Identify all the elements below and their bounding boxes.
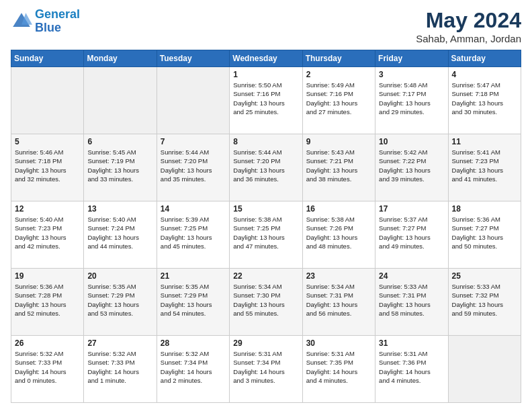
main-title: May 2024 (416, 8, 521, 33)
day-number: 7 (161, 137, 226, 146)
calendar-cell: 1Sunrise: 5:50 AMSunset: 7:16 PMDaylight… (230, 67, 302, 134)
calendar-cell: 28Sunrise: 5:32 AMSunset: 7:34 PMDayligh… (157, 336, 229, 403)
day-number: 3 (379, 70, 444, 79)
calendar-week-2: 5Sunrise: 5:46 AMSunset: 7:18 PMDaylight… (11, 134, 521, 201)
day-info: Sunrise: 5:31 AMSunset: 7:36 PMDaylight:… (379, 349, 444, 385)
day-info: Sunrise: 5:44 AMSunset: 7:20 PMDaylight:… (161, 148, 226, 183)
header: General Blue May 2024 Sahab, Amman, Jord… (11, 8, 521, 44)
day-number: 20 (87, 271, 152, 281)
day-number: 22 (233, 271, 298, 281)
calendar-cell: 18Sunrise: 5:36 AMSunset: 7:27 PMDayligh… (448, 201, 521, 269)
day-number: 27 (87, 338, 152, 348)
calendar-cell: 20Sunrise: 5:35 AMSunset: 7:29 PMDayligh… (84, 269, 157, 336)
day-info: Sunrise: 5:35 AMSunset: 7:29 PMDaylight:… (87, 282, 152, 318)
calendar-table: SundayMondayTuesdayWednesdayThursdayFrid… (11, 50, 521, 403)
weekday-header-sunday: Sunday (11, 50, 84, 67)
calendar-cell: 9Sunrise: 5:43 AMSunset: 7:21 PMDaylight… (302, 134, 375, 201)
day-number: 2 (306, 70, 371, 79)
calendar-week-3: 12Sunrise: 5:40 AMSunset: 7:23 PMDayligh… (11, 201, 521, 269)
calendar-cell (84, 67, 157, 134)
calendar-week-4: 19Sunrise: 5:36 AMSunset: 7:28 PMDayligh… (11, 269, 521, 336)
logo-line1: General (35, 7, 80, 21)
day-number: 29 (233, 338, 298, 348)
day-number: 5 (15, 137, 80, 146)
calendar-cell: 8Sunrise: 5:44 AMSunset: 7:20 PMDaylight… (230, 134, 302, 201)
day-info: Sunrise: 5:34 AMSunset: 7:31 PMDaylight:… (306, 282, 371, 318)
day-info: Sunrise: 5:50 AMSunset: 7:16 PMDaylight:… (233, 81, 298, 116)
calendar-cell: 25Sunrise: 5:33 AMSunset: 7:32 PMDayligh… (448, 269, 521, 336)
day-info: Sunrise: 5:44 AMSunset: 7:20 PMDaylight:… (233, 148, 298, 183)
calendar-week-1: 1Sunrise: 5:50 AMSunset: 7:16 PMDaylight… (11, 67, 521, 134)
day-number: 13 (87, 204, 152, 214)
calendar-cell: 29Sunrise: 5:31 AMSunset: 7:34 PMDayligh… (230, 336, 302, 403)
day-number: 6 (87, 137, 152, 146)
day-info: Sunrise: 5:40 AMSunset: 7:23 PMDaylight:… (15, 215, 80, 250)
day-number: 17 (379, 204, 444, 214)
weekday-header-tuesday: Tuesday (157, 50, 229, 67)
calendar-cell: 15Sunrise: 5:38 AMSunset: 7:25 PMDayligh… (230, 201, 302, 269)
day-number: 8 (233, 137, 298, 146)
day-info: Sunrise: 5:42 AMSunset: 7:22 PMDaylight:… (379, 148, 444, 183)
day-number: 25 (452, 271, 517, 281)
page: General Blue May 2024 Sahab, Amman, Jord… (0, 0, 532, 411)
calendar-cell: 24Sunrise: 5:33 AMSunset: 7:31 PMDayligh… (375, 269, 448, 336)
day-number: 11 (452, 137, 517, 146)
calendar-cell: 22Sunrise: 5:34 AMSunset: 7:30 PMDayligh… (230, 269, 302, 336)
logo-icon (11, 11, 32, 32)
day-info: Sunrise: 5:34 AMSunset: 7:30 PMDaylight:… (233, 282, 298, 318)
calendar-cell: 16Sunrise: 5:38 AMSunset: 7:26 PMDayligh… (302, 201, 375, 269)
calendar-cell: 4Sunrise: 5:47 AMSunset: 7:18 PMDaylight… (448, 67, 521, 134)
subtitle: Sahab, Amman, Jordan (416, 33, 521, 44)
calendar-body: 1Sunrise: 5:50 AMSunset: 7:16 PMDaylight… (11, 67, 521, 403)
day-number: 26 (15, 338, 80, 348)
day-info: Sunrise: 5:41 AMSunset: 7:23 PMDaylight:… (452, 148, 517, 183)
day-info: Sunrise: 5:33 AMSunset: 7:32 PMDaylight:… (452, 282, 517, 318)
calendar-cell: 27Sunrise: 5:32 AMSunset: 7:33 PMDayligh… (84, 336, 157, 403)
day-info: Sunrise: 5:48 AMSunset: 7:17 PMDaylight:… (379, 81, 444, 116)
calendar-cell: 19Sunrise: 5:36 AMSunset: 7:28 PMDayligh… (11, 269, 84, 336)
day-number: 12 (15, 204, 80, 214)
day-number: 24 (379, 271, 444, 281)
day-info: Sunrise: 5:32 AMSunset: 7:33 PMDaylight:… (15, 349, 80, 385)
calendar-cell: 31Sunrise: 5:31 AMSunset: 7:36 PMDayligh… (375, 336, 448, 403)
calendar-cell (11, 67, 84, 134)
day-number: 16 (306, 204, 371, 214)
day-info: Sunrise: 5:35 AMSunset: 7:29 PMDaylight:… (161, 282, 226, 318)
calendar-cell: 5Sunrise: 5:46 AMSunset: 7:18 PMDaylight… (11, 134, 84, 201)
calendar-cell: 14Sunrise: 5:39 AMSunset: 7:25 PMDayligh… (157, 201, 229, 269)
day-number: 21 (161, 271, 226, 281)
day-number: 14 (161, 204, 226, 214)
day-number: 9 (306, 137, 371, 146)
calendar-cell: 13Sunrise: 5:40 AMSunset: 7:24 PMDayligh… (84, 201, 157, 269)
calendar-cell: 3Sunrise: 5:48 AMSunset: 7:17 PMDaylight… (375, 67, 448, 134)
day-number: 31 (379, 338, 444, 348)
calendar-cell: 26Sunrise: 5:32 AMSunset: 7:33 PMDayligh… (11, 336, 84, 403)
day-number: 10 (379, 137, 444, 146)
day-info: Sunrise: 5:33 AMSunset: 7:31 PMDaylight:… (379, 282, 444, 318)
calendar-cell (448, 336, 521, 403)
day-info: Sunrise: 5:49 AMSunset: 7:16 PMDaylight:… (306, 81, 371, 116)
day-info: Sunrise: 5:47 AMSunset: 7:18 PMDaylight:… (452, 81, 517, 116)
calendar-cell: 30Sunrise: 5:31 AMSunset: 7:35 PMDayligh… (302, 336, 375, 403)
calendar-header: SundayMondayTuesdayWednesdayThursdayFrid… (11, 50, 521, 67)
weekday-header-friday: Friday (375, 50, 448, 67)
calendar-cell: 12Sunrise: 5:40 AMSunset: 7:23 PMDayligh… (11, 201, 84, 269)
day-info: Sunrise: 5:31 AMSunset: 7:34 PMDaylight:… (233, 349, 298, 385)
logo: General Blue (11, 8, 80, 35)
day-info: Sunrise: 5:38 AMSunset: 7:25 PMDaylight:… (233, 215, 298, 250)
title-block: May 2024 Sahab, Amman, Jordan (416, 8, 521, 44)
day-info: Sunrise: 5:32 AMSunset: 7:34 PMDaylight:… (161, 349, 226, 385)
calendar-cell (157, 67, 229, 134)
day-info: Sunrise: 5:31 AMSunset: 7:35 PMDaylight:… (306, 349, 371, 385)
day-number: 18 (452, 204, 517, 214)
calendar-cell: 10Sunrise: 5:42 AMSunset: 7:22 PMDayligh… (375, 134, 448, 201)
day-info: Sunrise: 5:37 AMSunset: 7:27 PMDaylight:… (379, 215, 444, 250)
calendar-cell: 21Sunrise: 5:35 AMSunset: 7:29 PMDayligh… (157, 269, 229, 336)
day-info: Sunrise: 5:39 AMSunset: 7:25 PMDaylight:… (161, 215, 226, 250)
day-info: Sunrise: 5:38 AMSunset: 7:26 PMDaylight:… (306, 215, 371, 250)
calendar-cell: 23Sunrise: 5:34 AMSunset: 7:31 PMDayligh… (302, 269, 375, 336)
logo-line2: Blue (35, 21, 61, 34)
day-info: Sunrise: 5:40 AMSunset: 7:24 PMDaylight:… (87, 215, 152, 250)
day-info: Sunrise: 5:36 AMSunset: 7:27 PMDaylight:… (452, 215, 517, 250)
weekday-header-saturday: Saturday (448, 50, 521, 67)
